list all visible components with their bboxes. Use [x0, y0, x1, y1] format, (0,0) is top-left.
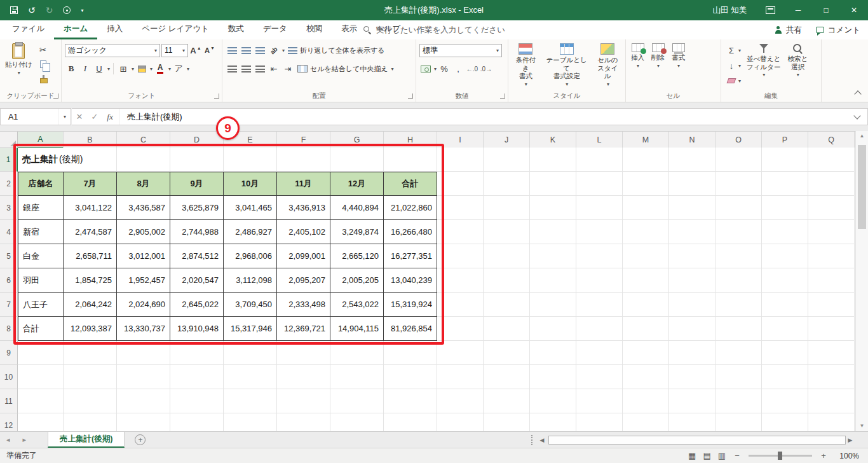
cell-L6[interactable]: [576, 268, 623, 293]
cell-F12[interactable]: [277, 413, 330, 431]
cell-H4[interactable]: 16,266,480: [384, 220, 437, 244]
cell-K10[interactable]: [530, 365, 576, 389]
cell-B10[interactable]: [64, 365, 117, 389]
cell-E9[interactable]: [224, 341, 277, 365]
cell-O1[interactable]: [715, 148, 762, 172]
cell-I4[interactable]: [437, 220, 484, 244]
cell-N2[interactable]: [669, 172, 715, 196]
cell-P12[interactable]: [762, 413, 808, 431]
cell-C11[interactable]: [117, 389, 170, 413]
cell-O12[interactable]: [715, 413, 762, 431]
column-header-D[interactable]: D: [170, 132, 224, 148]
cell-G8[interactable]: 14,904,115: [330, 317, 384, 341]
cell-I8[interactable]: [437, 317, 484, 341]
align-top-button[interactable]: [226, 44, 238, 57]
cell-I9[interactable]: [437, 341, 484, 365]
cell-H8[interactable]: 81,926,854: [384, 317, 437, 341]
cell-Q4[interactable]: [808, 220, 855, 244]
horizontal-scrollbar[interactable]: ◀ ▶: [531, 432, 855, 448]
cell-M7[interactable]: [623, 293, 669, 317]
cell-H10[interactable]: [384, 365, 437, 389]
cell-J5[interactable]: [484, 244, 530, 268]
cell-E12[interactable]: [224, 413, 277, 431]
close-button[interactable]: ✕: [840, 0, 868, 20]
cell-F11[interactable]: [277, 389, 330, 413]
cell-K5[interactable]: [530, 244, 576, 268]
normal-view-button[interactable]: ▦: [688, 451, 696, 460]
cell-N7[interactable]: [669, 293, 715, 317]
cell-J11[interactable]: [484, 389, 530, 413]
format-painter-button[interactable]: [37, 73, 50, 85]
phonetic-dropdown-icon[interactable]: ▾: [187, 66, 189, 72]
cell-B3[interactable]: 3,041,122: [64, 196, 117, 220]
row-header-10[interactable]: 10: [0, 365, 18, 389]
fill-color-dropdown-icon[interactable]: ▾: [150, 66, 153, 72]
cell-I12[interactable]: [437, 413, 484, 431]
sheet-nav-left-icon[interactable]: ◂: [0, 436, 17, 444]
ribbon-tab-insert[interactable]: 挿入: [97, 20, 132, 39]
cell-C1[interactable]: [117, 148, 170, 172]
cell-O2[interactable]: [715, 172, 762, 196]
cell-K1[interactable]: [530, 148, 576, 172]
cell-M8[interactable]: [623, 317, 669, 341]
font-color-button[interactable]: A: [154, 62, 166, 75]
cell-C2[interactable]: 8月: [117, 172, 170, 196]
increase-indent-button[interactable]: ⇥: [281, 62, 294, 75]
paste-button[interactable]: 貼り付け ▾: [3, 42, 35, 77]
cell-E5[interactable]: 2,968,006: [224, 244, 277, 268]
cell-E10[interactable]: [224, 365, 277, 389]
cell-P5[interactable]: [762, 244, 808, 268]
sort-filter-button[interactable]: 並べ替えと フィルター ▾: [744, 42, 783, 79]
cell-M11[interactable]: [623, 389, 669, 413]
cell-E6[interactable]: 3,112,098: [224, 268, 277, 293]
cell-E3[interactable]: 3,041,465: [224, 196, 277, 220]
zoom-level[interactable]: 100%: [835, 452, 859, 460]
cell-I6[interactable]: [437, 268, 484, 293]
cell-D5[interactable]: 2,874,512: [170, 244, 224, 268]
italic-button[interactable]: I: [79, 62, 92, 75]
cell-B12[interactable]: [64, 413, 117, 431]
cell-L11[interactable]: [576, 389, 623, 413]
ribbon-tab-home[interactable]: ホーム: [54, 20, 97, 39]
find-select-button[interactable]: 検索と 選択 ▾: [785, 42, 811, 79]
cell-E1[interactable]: [224, 148, 277, 172]
currency-format-button[interactable]: [419, 62, 432, 75]
ribbon-display-options-icon[interactable]: [766, 6, 775, 14]
cell-D6[interactable]: 2,020,547: [170, 268, 224, 293]
cell-M1[interactable]: [623, 148, 669, 172]
cell-A8[interactable]: 合計: [18, 317, 64, 341]
cell-O9[interactable]: [715, 341, 762, 365]
cell-F4[interactable]: 2,405,102: [277, 220, 330, 244]
align-bottom-button[interactable]: [254, 44, 266, 57]
column-header-O[interactable]: O: [715, 132, 762, 148]
cell-H11[interactable]: [384, 389, 437, 413]
cell-J7[interactable]: [484, 293, 530, 317]
cell-B5[interactable]: 2,658,711: [64, 244, 117, 268]
cell-I1[interactable]: [437, 148, 484, 172]
comma-style-button[interactable]: ,: [452, 62, 465, 75]
cell-C3[interactable]: 3,436,587: [117, 196, 170, 220]
cell-P6[interactable]: [762, 268, 808, 293]
decrease-indent-button[interactable]: ⇤: [268, 62, 280, 75]
maximize-button[interactable]: □: [812, 0, 840, 20]
percent-style-button[interactable]: %: [438, 62, 451, 75]
hscroll-right-icon[interactable]: ▶: [845, 432, 855, 448]
font-name-select[interactable]: 游ゴシック ▾: [65, 44, 160, 57]
formula-input[interactable]: 売上集計(後期): [121, 111, 182, 123]
cell-E4[interactable]: 2,486,927: [224, 220, 277, 244]
cell-A5[interactable]: 白金: [18, 244, 64, 268]
cell-M4[interactable]: [623, 220, 669, 244]
cell-P4[interactable]: [762, 220, 808, 244]
ribbon-tab-view[interactable]: 表示: [332, 20, 367, 39]
column-header-C[interactable]: C: [117, 132, 170, 148]
row-header-5[interactable]: 5: [0, 244, 18, 268]
cell-J9[interactable]: [484, 341, 530, 365]
align-left-button[interactable]: [226, 62, 238, 75]
cell-B2[interactable]: 7月: [64, 172, 117, 196]
cell-B6[interactable]: 1,854,725: [64, 268, 117, 293]
delete-cells-button[interactable]: 削除 ▾: [649, 42, 667, 70]
cell-N9[interactable]: [669, 341, 715, 365]
cell-O4[interactable]: [715, 220, 762, 244]
ribbon-tab-formulas[interactable]: 数式: [219, 20, 254, 39]
cell-H7[interactable]: 15,319,924: [384, 293, 437, 317]
